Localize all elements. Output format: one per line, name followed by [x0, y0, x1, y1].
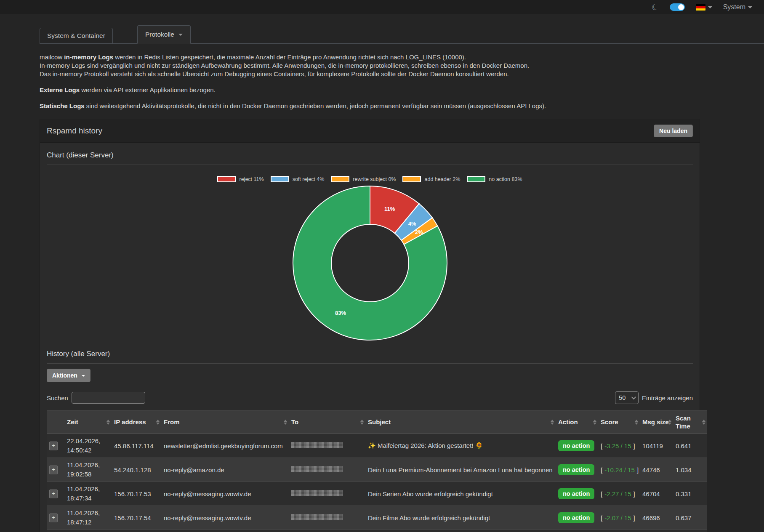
header-subject[interactable]: Subject: [365, 410, 556, 434]
cell-ip-address: 54.240.1.128: [112, 458, 161, 482]
chart-legend: reject 11% soft reject 4% rewrite subjec…: [47, 176, 693, 182]
cell-time: 22.04.2026,14:50:42: [64, 434, 112, 458]
header-ip[interactable]: IP address: [112, 410, 161, 434]
cell-subject: Hast du dich von einem neuen Gerät aus a…: [365, 530, 556, 532]
legend-item-reject[interactable]: reject 11%: [217, 176, 264, 182]
cell-msg-size: 47038: [640, 530, 673, 532]
sort-icon[interactable]: [593, 420, 596, 425]
cell-from: no-reply@messaging.wowtv.de: [161, 530, 289, 532]
entries-label: Einträge anzeigen: [642, 394, 693, 402]
cell-from: no-reply@messaging.wowtv.de: [161, 506, 289, 530]
cell-score: [-0.43 / 15]: [598, 530, 640, 532]
table-row: +11.04.2026,18:46:02156.70.17.53no-reply…: [47, 530, 707, 532]
cell-action: no action: [556, 458, 598, 482]
sort-icon[interactable]: [702, 420, 705, 425]
header-zeit[interactable]: Zeit: [64, 410, 112, 434]
chart-heading: Chart (dieser Server): [47, 149, 693, 165]
cell-from: no-reply@amazon.de: [161, 458, 289, 482]
donut-slice-label: 11%: [384, 206, 395, 212]
action-badge: no action: [558, 488, 594, 499]
cell-expand: +: [47, 482, 64, 506]
cell-score: [-10.24 / 15]: [598, 458, 640, 482]
search-input[interactable]: [72, 392, 145, 404]
system-menu[interactable]: System: [723, 3, 752, 11]
cell-score: [-2.27 / 15]: [598, 482, 640, 506]
header-scan-time[interactable]: Scan Time: [673, 410, 707, 434]
donut-slice-label: 4%: [408, 221, 416, 227]
language-select[interactable]: [696, 4, 712, 11]
expand-row-button[interactable]: +: [49, 442, 58, 450]
cell-to: [289, 506, 365, 530]
legend-item-add-header[interactable]: add header 2%: [402, 176, 460, 182]
cell-to: [289, 482, 365, 506]
log-intro-text: mailcow in-memory Logs werden in Redis L…: [40, 53, 713, 110]
redacted-recipient: [291, 442, 343, 448]
reload-button[interactable]: Neu laden: [654, 125, 693, 137]
header-score[interactable]: Score: [598, 410, 640, 434]
sort-icon[interactable]: [284, 420, 287, 425]
sort-icon[interactable]: [156, 420, 160, 425]
divider: [47, 165, 693, 165]
cell-expand: +: [47, 434, 64, 458]
page-size-select[interactable]: 50: [615, 391, 639, 404]
caret-down-icon: [178, 34, 183, 36]
cell-scan-time: 0.641: [673, 434, 707, 458]
header-to[interactable]: To: [289, 410, 365, 434]
table-row: +11.04.2026,18:47:34156.70.17.53no-reply…: [47, 482, 707, 506]
caret-down-icon: [82, 375, 85, 377]
tab-system-container[interactable]: System & Container: [40, 28, 113, 44]
legend-item-rewrite-subject[interactable]: rewrite subject 0%: [331, 176, 396, 182]
sort-icon[interactable]: [551, 420, 554, 425]
cell-time: 11.04.2026,18:47:12: [64, 506, 112, 530]
cell-action: no action: [556, 506, 598, 530]
legend-item-soft-reject[interactable]: soft reject 4%: [271, 176, 325, 182]
cell-ip-address: 156.70.17.53: [112, 530, 161, 532]
cell-to: [289, 458, 365, 482]
moon-icon: ☾: [650, 1, 660, 13]
history-heading: History (alle Server): [47, 347, 693, 363]
dark-mode-toggle[interactable]: [670, 3, 685, 11]
cell-score: [-2.07 / 15]: [598, 506, 640, 530]
cell-ip-address: 156.70.17.54: [112, 506, 161, 530]
sort-icon[interactable]: [360, 420, 364, 425]
cell-from: no-reply@messaging.wowtv.de: [161, 482, 289, 506]
header-action[interactable]: Action: [556, 410, 598, 434]
expand-row-button[interactable]: +: [49, 466, 58, 474]
header-from[interactable]: From: [161, 410, 289, 434]
cell-to: [289, 530, 365, 532]
intro-externe-logs: Externe Logs werden via API externer App…: [40, 86, 713, 94]
header-msg-size[interactable]: Msg size: [640, 410, 673, 434]
redacted-recipient: [291, 514, 343, 520]
cell-scan-time: 0.342: [673, 530, 707, 532]
cell-msg-size: 104119: [640, 434, 673, 458]
sort-icon[interactable]: [106, 420, 110, 425]
action-badge: no action: [558, 512, 594, 523]
sort-icon[interactable]: [635, 420, 638, 425]
cell-msg-size: 44746: [640, 458, 673, 482]
rspamd-history-card: Rspamd history Neu laden Chart (dieser S…: [40, 119, 700, 532]
cell-to: [289, 434, 365, 458]
legend-swatch: [271, 176, 289, 182]
cell-scan-time: 0.637: [673, 506, 707, 530]
cell-action: no action: [556, 434, 598, 458]
rspamd-action-donut-chart: 11%4%2%83%: [47, 185, 693, 341]
expand-row-button[interactable]: +: [49, 513, 58, 522]
cell-ip-address: 156.70.17.53: [112, 482, 161, 506]
tab-protokolle-label: Protokolle: [145, 31, 174, 38]
tab-protokolle[interactable]: Protokolle: [137, 25, 191, 44]
top-navbar: ☾ System: [0, 0, 764, 14]
intro-line-1: mailcow in-memory Logs werden in Redis L…: [40, 53, 713, 61]
actions-dropdown-button[interactable]: Aktionen: [47, 369, 91, 382]
legend-swatch: [217, 176, 236, 182]
caret-down-icon: [748, 6, 752, 8]
expand-row-button[interactable]: +: [49, 489, 58, 498]
cell-scan-time: 1.034: [673, 458, 707, 482]
legend-swatch: [402, 176, 421, 182]
cell-ip-address: 45.86.117.114: [112, 434, 161, 458]
cell-action: no action: [556, 530, 598, 532]
sort-icon[interactable]: [668, 420, 671, 425]
legend-item-no-action[interactable]: no action 83%: [467, 176, 522, 182]
legend-swatch: [467, 176, 485, 182]
cell-expand: +: [47, 506, 64, 530]
cell-time: 11.04.2026,19:02:58: [64, 458, 112, 482]
